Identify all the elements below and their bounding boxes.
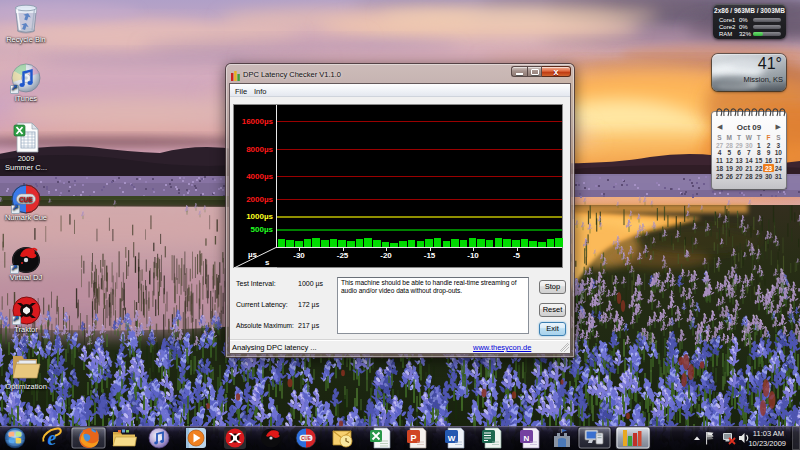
svg-text:N: N [524, 434, 530, 443]
svg-text:P: P [410, 433, 416, 443]
svg-text:10/23/2009: 10/23/2009 [748, 439, 786, 448]
svg-text:11:03 AM: 11:03 AM [753, 429, 784, 438]
svg-text:W: W [448, 434, 456, 443]
svg-text:CUE: CUE [301, 436, 311, 441]
svg-text:CUE: CUE [19, 196, 33, 203]
